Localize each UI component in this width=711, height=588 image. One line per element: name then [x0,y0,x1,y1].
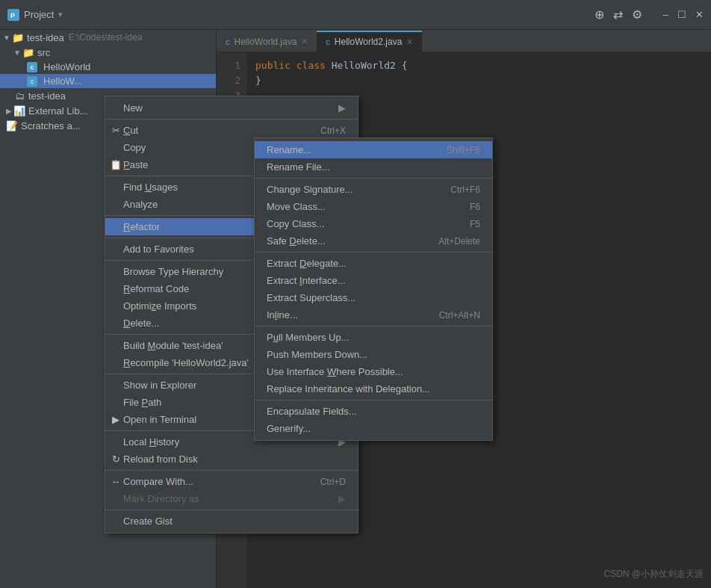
submenu-item-pullmembersup[interactable]: Pull Members Up... [255,329,492,346]
menu-item-cut[interactable]: ✂ Cut Ctrl+X [105,122,358,139]
tree-root[interactable]: ▼ 📁 test-idea E:\Codes\test-idea [0,30,216,45]
rename-shortcut: Shift+F6 [432,145,480,155]
generify-label: Generify... [267,423,311,434]
submenu-item-inline[interactable]: Inline... Ctrl+Alt+N [255,306,492,324]
helloworld-tab-close[interactable]: ✕ [301,37,308,46]
project-title[interactable]: Project [24,9,54,20]
terminal-icon: ▶ [110,414,122,425]
submenu-item-changesignature[interactable]: Change Signature... Ctrl+F6 [255,181,492,198]
submenu-sep-4 [255,400,492,400]
submenu-item-safedelete[interactable]: Safe Delete... Alt+Delete [255,232,492,250]
test-idea-label: test-idea [28,90,66,102]
toolbar-settings-icon[interactable]: ⚙ [632,7,642,22]
submenu-item-moveclass[interactable]: Move Class... F6 [255,198,492,215]
submenu-sep-2 [255,252,492,253]
useinterface-label: Use Interface Where Possible... [267,366,403,377]
extractinterface-label: Extract Interface... [267,275,346,286]
localhistory-label: Local History [123,436,179,448]
cut-shortcut: Ctrl+X [305,126,346,136]
encapsulatefields-label: Encapsulate Fields... [267,406,357,417]
paste-icon: 📋 [110,159,122,170]
new-arrow: ▶ [338,102,346,114]
showinexplorer-label: Show in Explorer [123,380,196,391]
test-idea-icon: 🗂 [13,90,25,102]
cut-icon: ✂ [110,125,122,136]
submenu-item-useinterface[interactable]: Use Interface Where Possible... [255,363,492,380]
extractsuperclass-label: Extract Superclass... [267,292,356,303]
helloworld-icon: c [27,62,37,72]
line-num-2: 2 [217,73,240,88]
submenu-item-extractdelegate[interactable]: Extract Delegate... [255,255,492,272]
new-label: New [123,102,143,114]
title-bar: P Project ▾ ⊕ ⇄ ⚙ – ☐ ✕ [0,0,711,30]
submenu-item-replaceinheritance[interactable]: Replace Inheritance with Delegation... [255,380,492,397]
scratches-label: Scratches a... [21,120,80,131]
recompile-label: Recompile 'HelloWorld2.java' [123,357,249,368]
rename-label: Rename... [267,144,311,155]
menu-item-comparewith[interactable]: ↔ Compare With... Ctrl+D [105,473,358,490]
markdirectoryas-arrow: ▶ [338,493,346,504]
menu-item-new[interactable]: New ▶ [105,99,358,117]
refactor-submenu: Rename... Shift+F6 Rename File... Change… [254,137,493,441]
submenu-item-renamefile[interactable]: Rename File... [255,158,492,176]
submenu-sep-3 [255,326,492,327]
openinterminal-label: Open in Terminal [123,414,196,425]
submenu-item-copyclass[interactable]: Copy Class... F5 [255,215,492,232]
code-line-1: public class HelloWorld2 { [255,58,702,73]
project-folder-icon: 📁 [12,31,24,43]
tree-helloworld2[interactable]: c HelloW... [0,74,216,88]
tree-src[interactable]: ▼ 📁 src [0,45,216,60]
toolbar-split-icon[interactable]: ⇄ [613,7,623,22]
moveclass-label: Move Class... [267,201,326,212]
analyze-label: Analyze [123,199,158,210]
helloworld2-tab-close[interactable]: ✕ [406,37,413,47]
tree-helloworld[interactable]: c HelloWorld [0,60,216,74]
copy-label: Copy [123,142,146,153]
separator-9 [105,470,358,471]
menu-item-reloaddisk[interactable]: ↻ Reload from Disk [105,451,358,468]
reloaddisk-label: Reload from Disk [123,454,198,465]
submenu-item-generify[interactable]: Generify... [255,420,492,437]
delete-label: Delete... [123,318,159,329]
helloworld-label: HelloWorld [43,61,90,72]
project-icon: P [7,9,19,21]
filepath-label: File Path [123,397,161,408]
menu-item-markdirectoryas: Mark Directory as ▶ [105,490,358,507]
creategist-label: Create Gist [123,516,173,527]
comparewith-shortcut: Ctrl+D [305,477,346,487]
root-label: test-idea [27,32,64,43]
submenu-item-rename[interactable]: Rename... Shift+F6 [255,141,492,158]
root-path: E:\Codes\test-idea [69,32,143,43]
toolbar-maximize-icon[interactable]: ☐ [677,9,686,20]
submenu-item-encapsulatefields[interactable]: Encapsulate Fields... [255,403,492,420]
helloworld2-tab-icon: c [326,37,330,46]
replaceinheritance-label: Replace Inheritance with Delegation... [267,383,430,394]
extractdelegate-label: Extract Delegate... [267,258,347,269]
separator-10 [105,510,358,510]
inline-label: Inline... [267,309,298,321]
scratches-icon: 📝 [6,120,18,131]
helloworld-tab-label: HelloWorld.java [235,37,297,47]
moveclass-shortcut: F6 [455,202,480,212]
separator-1 [105,119,358,120]
extlib-icon: 📊 [13,105,25,117]
submenu-item-pushmembersdown[interactable]: Push Members Down... [255,346,492,363]
helloworld-tab-icon: c [226,37,230,46]
menu-item-creategist[interactable]: Create Gist [105,513,358,530]
submenu-item-extractsuperclass[interactable]: Extract Superclass... [255,289,492,306]
tab-helloworld2[interactable]: c HelloWorld2.java ✕ [317,31,422,52]
pushmembersdown-label: Push Members Down... [267,349,367,360]
submenu-item-extractinterface[interactable]: Extract Interface... [255,272,492,289]
tab-helloworld[interactable]: c HelloWorld.java ✕ [217,31,317,52]
project-dropdown-icon[interactable]: ▾ [58,10,63,19]
toolbar-minimize-icon[interactable]: – [663,9,668,20]
renamefile-label: Rename File... [267,161,330,173]
cut-label: Cut [123,125,138,136]
title-bar-left: P Project ▾ [7,9,589,21]
optimizeimports-label: Optimize Imports [123,300,196,312]
toolbar-add-icon[interactable]: ⊕ [594,7,604,22]
editor-tabs: c HelloWorld.java ✕ c HelloWorld2.java ✕ [217,30,711,52]
reformatcode-label: Reformat Code [123,283,189,294]
copyclass-shortcut: F5 [455,219,480,229]
toolbar-close-icon[interactable]: ✕ [695,9,704,20]
